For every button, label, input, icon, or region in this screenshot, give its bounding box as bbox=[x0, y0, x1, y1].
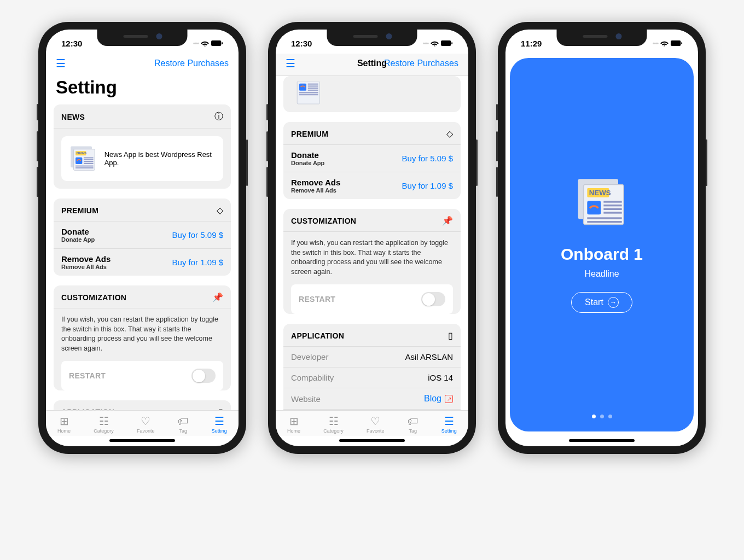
sim-dots-icon: •••• bbox=[193, 40, 199, 46]
restore-purchases-link[interactable]: Restore Purchases bbox=[384, 59, 458, 68]
tab-setting[interactable]: ☰Setting bbox=[441, 415, 457, 434]
battery-icon bbox=[211, 40, 223, 46]
remove-ads-row[interactable]: Remove Ads Remove All Ads Buy for 1.09 $ bbox=[54, 249, 231, 276]
svg-rect-7 bbox=[84, 157, 94, 158]
svg-rect-32 bbox=[603, 208, 621, 209]
svg-rect-21 bbox=[299, 92, 318, 94]
notch bbox=[97, 30, 188, 46]
custom-header: CUSTOMIZATION bbox=[291, 217, 356, 225]
phone-2: 12:30 •••• ☰ Setting Restore Purchases P… bbox=[268, 22, 476, 454]
svg-rect-20 bbox=[308, 90, 318, 91]
tab-favorite[interactable]: ♡Favorite bbox=[367, 415, 385, 434]
premium-header: PREMIUM bbox=[61, 206, 98, 215]
svg-rect-30 bbox=[603, 201, 621, 202]
tab-tag[interactable]: 🏷Tag bbox=[408, 415, 419, 434]
svg-rect-35 bbox=[587, 221, 621, 223]
menu-icon[interactable]: ☰ bbox=[56, 57, 66, 70]
news-app-icon bbox=[291, 81, 322, 104]
news-desc: News App is best Wordpress Rest App. bbox=[104, 150, 217, 167]
nav-title: Setting bbox=[357, 59, 387, 68]
battery-icon bbox=[671, 40, 683, 46]
page-dot-2 bbox=[600, 415, 604, 418]
restart-row: RESTART bbox=[291, 284, 453, 314]
svg-rect-22 bbox=[299, 94, 318, 95]
home-indicator[interactable] bbox=[569, 439, 635, 442]
restart-toggle[interactable] bbox=[191, 369, 216, 383]
start-button[interactable]: Start → bbox=[571, 292, 632, 313]
custom-desc: If you wish, you can restart the applica… bbox=[54, 308, 231, 358]
developer-row: Developer Asil ARSLAN bbox=[283, 347, 461, 368]
status-time: 11:29 bbox=[521, 39, 542, 48]
svg-rect-14 bbox=[451, 42, 452, 44]
remove-ads-row[interactable]: Remove Ads Remove All Ads Buy for 1.09 $ bbox=[283, 172, 461, 199]
application-card: APPLICATION ▯ Developer Asil ARSLAN Comp… bbox=[283, 324, 461, 410]
nav-bar: ☰ Setting Restore Purchases bbox=[276, 54, 468, 76]
tab-favorite[interactable]: ♡Favorite bbox=[137, 415, 155, 434]
status-time: 12:30 bbox=[61, 39, 82, 48]
notch bbox=[327, 30, 417, 46]
external-link-icon: ↗ bbox=[445, 395, 453, 403]
wifi-icon bbox=[201, 40, 209, 46]
home-indicator[interactable] bbox=[109, 439, 175, 442]
news-header: NEWS bbox=[61, 113, 85, 121]
tab-setting[interactable]: ☰Setting bbox=[212, 415, 227, 434]
sliders-icon: ☰ bbox=[214, 415, 224, 427]
tag-icon: 🏷 bbox=[178, 415, 189, 427]
status-time: 12:30 bbox=[291, 39, 312, 48]
wifi-icon bbox=[660, 40, 669, 46]
svg-rect-34 bbox=[587, 217, 621, 219]
restore-purchases-link[interactable]: Restore Purchases bbox=[154, 59, 229, 68]
svg-rect-19 bbox=[308, 88, 318, 89]
news-app-icon: NEWS bbox=[574, 177, 629, 232]
page-indicator[interactable] bbox=[592, 415, 612, 418]
svg-rect-23 bbox=[671, 40, 681, 46]
onboard-subtitle: Headline bbox=[584, 269, 619, 279]
pin-icon: 📌 bbox=[212, 292, 223, 302]
home-indicator[interactable] bbox=[339, 439, 405, 442]
svg-text:NEWS: NEWS bbox=[589, 189, 611, 197]
sliders-icon: ☰ bbox=[444, 415, 454, 427]
svg-rect-33 bbox=[603, 212, 621, 213]
restart-row: RESTART bbox=[61, 361, 223, 390]
phone-1: 12:30 •••• ☰ Restore Purchases Setting N… bbox=[38, 22, 246, 454]
svg-rect-0 bbox=[211, 40, 221, 46]
restart-toggle[interactable] bbox=[421, 292, 445, 306]
onboard-title: Onboard 1 bbox=[561, 245, 643, 264]
page-dot-1 bbox=[592, 415, 596, 418]
grid-icon: ⊞ bbox=[60, 415, 69, 427]
tab-home[interactable]: ⊞Home bbox=[57, 415, 71, 434]
premium-card: PREMIUM ◇ Donate Donate App Buy for 5.09… bbox=[283, 122, 461, 199]
news-card: NEWS ⓘ NEWS News App is best Wordpress R… bbox=[54, 104, 231, 189]
donate-row[interactable]: Donate Donate App Buy for 5.09 $ bbox=[283, 145, 461, 172]
tab-bar: ⊞Home ☷Category ♡Favorite 🏷Tag ☰Setting bbox=[46, 410, 239, 436]
rows-icon: ☷ bbox=[329, 415, 339, 427]
buy-remove-ads-button[interactable]: Buy for 1.09 $ bbox=[172, 258, 223, 267]
svg-rect-31 bbox=[603, 205, 621, 206]
website-row[interactable]: Website Blog↗ bbox=[283, 388, 461, 410]
wifi-icon bbox=[431, 40, 439, 46]
svg-rect-24 bbox=[681, 42, 682, 44]
tab-category[interactable]: ☷Category bbox=[323, 415, 344, 434]
nav-bar: ☰ Restore Purchases bbox=[46, 54, 239, 76]
tab-category[interactable]: ☷Category bbox=[94, 415, 114, 434]
onboard-screen: NEWS Onboard 1 Headline Start → bbox=[510, 58, 694, 431]
svg-rect-18 bbox=[308, 85, 318, 86]
page-dot-3 bbox=[608, 415, 612, 418]
tab-tag[interactable]: 🏷Tag bbox=[178, 415, 189, 434]
menu-icon[interactable]: ☰ bbox=[286, 57, 295, 70]
svg-rect-13 bbox=[441, 40, 451, 46]
buy-remove-ads-button[interactable]: Buy for 1.09 $ bbox=[402, 181, 453, 190]
customization-card: CUSTOMIZATION 📌 If you wish, you can res… bbox=[54, 285, 231, 390]
diamond-icon: ◇ bbox=[217, 205, 223, 215]
svg-rect-8 bbox=[84, 159, 94, 160]
svg-rect-17 bbox=[308, 84, 318, 85]
tab-home[interactable]: ⊞Home bbox=[287, 415, 300, 434]
donate-row[interactable]: Donate Donate App Buy for 5.09 $ bbox=[54, 221, 231, 249]
buy-donate-button[interactable]: Buy for 5.09 $ bbox=[172, 230, 223, 240]
buy-donate-button[interactable]: Buy for 5.09 $ bbox=[402, 154, 453, 163]
app-header: APPLICATION bbox=[291, 331, 344, 340]
info-icon[interactable]: ⓘ bbox=[214, 111, 223, 122]
news-card-partial bbox=[283, 76, 461, 112]
premium-card: PREMIUM ◇ Donate Donate App Buy for 5.09… bbox=[54, 199, 231, 276]
pin-icon: 📌 bbox=[442, 215, 453, 226]
